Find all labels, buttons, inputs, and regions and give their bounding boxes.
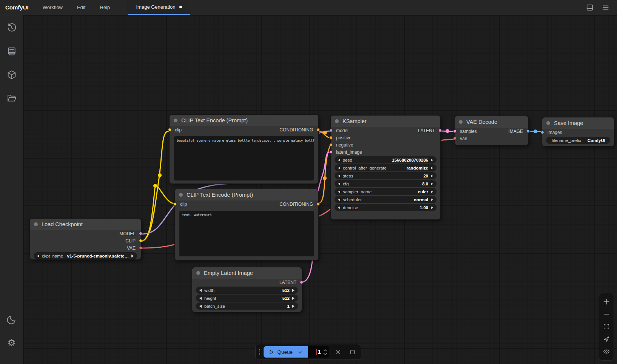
decrement-icon[interactable] <box>338 159 340 162</box>
chevron-down-icon[interactable] <box>298 349 303 355</box>
decrement-icon[interactable] <box>199 297 202 300</box>
task-queue-icon[interactable] <box>4 44 19 59</box>
node-save-image[interactable]: Save Image images filename_prefix ComfyU… <box>542 117 614 147</box>
node-clip-text-encode-positive[interactable]: CLIP Text Encode (Prompt) clip CONDITION… <box>169 114 319 184</box>
input-port-model[interactable] <box>329 129 333 132</box>
zoom-in-icon[interactable] <box>602 297 611 307</box>
link-dot[interactable] <box>323 176 327 180</box>
widget-filename-prefix[interactable]: filename_prefix ComfyUI <box>546 137 610 144</box>
collapse-dot[interactable] <box>335 119 339 123</box>
widget-steps[interactable]: steps 20 <box>335 172 437 179</box>
widget-denoise[interactable]: denoise 1.00 <box>335 204 437 211</box>
node-canvas[interactable]: Load Checkpoint MODEL CLIP VAE ckpt_name… <box>23 15 617 364</box>
link-dot[interactable] <box>153 184 157 188</box>
increment-icon[interactable] <box>131 254 134 258</box>
increment-icon[interactable] <box>431 174 433 177</box>
hamburger-menu-icon[interactable] <box>600 2 612 14</box>
tab-image-generation[interactable]: Image Generation <box>128 0 190 15</box>
input-port-images[interactable] <box>541 131 544 134</box>
increment-icon[interactable] <box>431 159 433 162</box>
input-port-negative[interactable] <box>329 143 333 147</box>
link-dot[interactable] <box>534 130 537 133</box>
decrement-icon[interactable] <box>338 182 340 185</box>
node-ksampler[interactable]: KSampler model LATENT positive negative … <box>330 115 441 220</box>
widget-batch-size[interactable]: batch_size 1 <box>196 302 298 310</box>
increment-icon[interactable] <box>292 305 295 308</box>
increment-icon[interactable] <box>431 167 433 170</box>
widget-height[interactable]: height 512 <box>196 295 298 302</box>
theme-toggle-moon-icon[interactable] <box>4 312 19 327</box>
output-port-clip[interactable] <box>139 239 142 242</box>
increment-icon[interactable] <box>431 198 433 201</box>
stepper-up-icon[interactable] <box>323 349 327 352</box>
queue-button[interactable]: Queue <box>264 346 308 358</box>
increment-icon[interactable] <box>292 289 295 292</box>
decrement-icon[interactable] <box>37 254 39 258</box>
clear-queue-icon[interactable] <box>333 347 344 357</box>
widget-sampler-name[interactable]: sampler_name euler <box>335 188 437 195</box>
decrement-icon[interactable] <box>338 198 340 201</box>
output-port-image[interactable] <box>526 130 530 133</box>
prompt-textarea[interactable]: beautiful scenery nature glass bottle la… <box>174 136 314 180</box>
output-port-conditioning[interactable] <box>316 202 320 206</box>
menu-help[interactable]: Help <box>93 0 117 15</box>
widget-scheduler[interactable]: scheduler normal <box>335 196 437 203</box>
input-port-samples[interactable] <box>453 130 457 133</box>
widget-control-after-generate[interactable]: control_after_generate randomize <box>335 164 437 171</box>
node-clip-text-encode-negative[interactable]: CLIP Text Encode (Prompt) clip CONDITION… <box>174 189 319 261</box>
node-vae-decode[interactable]: VAE Decode samples IMAGE vae <box>454 116 529 145</box>
decrement-icon[interactable] <box>338 167 340 170</box>
link-dot[interactable] <box>446 129 449 133</box>
drag-handle-icon[interactable] <box>259 349 260 355</box>
widget-width[interactable]: width 512 <box>196 287 298 294</box>
output-port-latent[interactable] <box>300 281 303 284</box>
stop-icon[interactable] <box>347 347 358 357</box>
output-port-latent[interactable] <box>438 129 442 132</box>
prompt-textarea[interactable]: text, watermark <box>179 211 314 256</box>
input-port-latent-image[interactable] <box>329 150 333 154</box>
batch-count-input[interactable]: 1 <box>308 346 329 358</box>
output-port-model[interactable] <box>139 232 142 235</box>
decrement-icon[interactable] <box>338 174 340 177</box>
wire-negative-conditioning[interactable] <box>319 145 330 204</box>
bottom-panel-toggle-icon[interactable] <box>584 2 596 14</box>
stepper-down-icon[interactable] <box>323 353 327 355</box>
settings-gear-icon[interactable]: ⚙ <box>4 335 19 350</box>
collapse-dot[interactable] <box>34 222 38 226</box>
increment-icon[interactable] <box>431 206 433 209</box>
select-cursor-icon[interactable] <box>602 334 611 344</box>
node-library-icon[interactable] <box>4 67 19 82</box>
history-icon[interactable] <box>4 20 19 35</box>
increment-icon[interactable] <box>431 182 433 185</box>
collapse-dot[interactable] <box>179 193 183 197</box>
menu-workflow[interactable]: Workflow <box>35 0 70 15</box>
widget-seed[interactable]: seed 156680208700286 <box>335 156 437 163</box>
link-dot[interactable] <box>323 131 327 134</box>
input-port-vae[interactable] <box>453 137 457 140</box>
increment-icon[interactable] <box>431 190 433 193</box>
widget-cfg[interactable]: cfg 8.0 <box>335 180 437 187</box>
wire-clip-to-negative-prompt[interactable] <box>141 186 174 241</box>
output-port-vae[interactable] <box>139 246 142 250</box>
link-dot[interactable] <box>158 173 162 177</box>
collapse-dot[interactable] <box>196 271 200 275</box>
collapse-dot[interactable] <box>546 121 550 125</box>
output-port-conditioning[interactable] <box>316 128 320 131</box>
collapse-dot[interactable] <box>459 120 463 124</box>
toggle-link-visibility-icon[interactable] <box>602 347 611 356</box>
node-load-checkpoint[interactable]: Load Checkpoint MODEL CLIP VAE ckpt_name… <box>29 218 141 260</box>
workflows-folder-icon[interactable] <box>4 91 19 106</box>
input-port-clip[interactable] <box>173 202 177 206</box>
decrement-icon[interactable] <box>199 305 202 308</box>
increment-icon[interactable] <box>292 297 295 300</box>
decrement-icon[interactable] <box>199 289 202 292</box>
decrement-icon[interactable] <box>338 190 340 193</box>
collapse-dot[interactable] <box>174 119 177 122</box>
input-port-positive[interactable] <box>329 136 333 139</box>
widget-ckpt-name[interactable]: ckpt_name v1-5-pruned-emaonly.safete… <box>34 252 137 259</box>
input-port-clip[interactable] <box>168 128 171 131</box>
menu-edit[interactable]: Edit <box>70 0 93 15</box>
decrement-icon[interactable] <box>338 206 340 209</box>
fit-view-icon[interactable] <box>602 322 611 332</box>
node-empty-latent-image[interactable]: Empty Latent Image LATENT width 512 heig… <box>192 267 302 312</box>
